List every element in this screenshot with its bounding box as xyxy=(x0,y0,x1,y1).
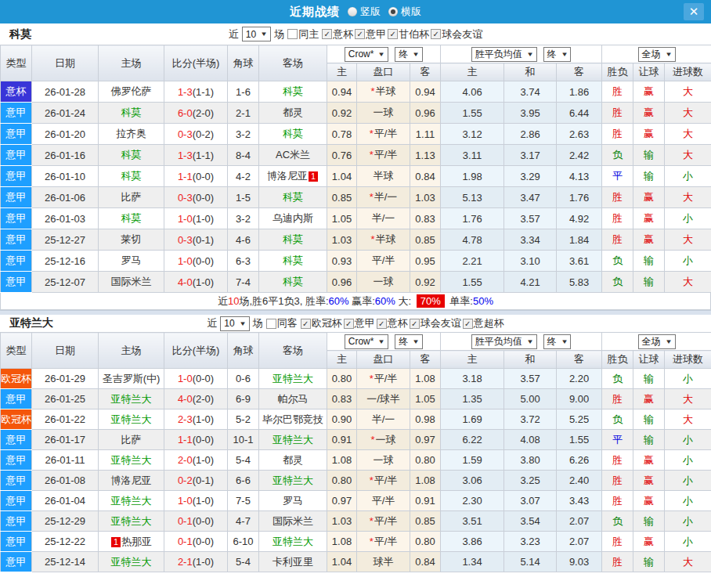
league-filter[interactable]: ✓意杯 xyxy=(322,27,353,41)
checkbox-icon[interactable]: ✓ xyxy=(301,319,311,329)
col-away: 客场 xyxy=(259,333,327,369)
chevron-down-icon: ▼ xyxy=(378,338,386,345)
cell-league: 意甲 xyxy=(1,430,32,450)
cell-handicap-away-odds: 0.94 xyxy=(410,81,441,103)
layout-radio-vertical[interactable]: 竖版 xyxy=(348,5,381,19)
checkbox-icon[interactable]: ✓ xyxy=(344,319,354,329)
bookmaker-value: Crow* xyxy=(348,49,374,60)
star-marker: * xyxy=(370,515,374,527)
cell-handicap-away-odds: 1.08 xyxy=(410,471,441,491)
cell-handicap-away-odds: 0.85 xyxy=(410,229,441,251)
match-row: 意甲26-01-04亚特兰大1-0(1-0)7-5罗马0.97平/半0.912.… xyxy=(1,491,711,511)
chevron-down-icon: ▼ xyxy=(665,338,673,345)
cell-home-team: 科莫 xyxy=(99,103,164,124)
team-name: 罗马 xyxy=(283,495,303,507)
team-name: 科莫 xyxy=(283,191,303,203)
wdl-average-select[interactable]: 胜平负均值 ▼ xyxy=(471,47,537,62)
team-name: 科莫 xyxy=(283,85,303,97)
cell-league: 意甲 xyxy=(1,251,32,272)
league-filter[interactable]: ✓意超杯 xyxy=(463,316,504,330)
odds-final-select[interactable]: 终 ▼ xyxy=(543,47,572,62)
match-scope-select[interactable]: 全场 ▼ xyxy=(638,334,676,349)
cell-corner: 6-9 xyxy=(228,389,259,409)
checkbox-icon[interactable]: ✓ xyxy=(431,29,441,39)
cell-score: 1-0(0-0) xyxy=(164,369,228,389)
checkbox-icon[interactable] xyxy=(266,319,276,329)
match-count-select[interactable]: 10 ▼ xyxy=(220,316,249,331)
checkbox-icon[interactable]: ✓ xyxy=(355,29,365,39)
league-filter[interactable]: ✓甘伯杯 xyxy=(388,27,429,41)
handicap-final-select[interactable]: 终 ▼ xyxy=(395,334,423,349)
halftime-score: (2-0) xyxy=(193,107,214,119)
team-name: 科莫 xyxy=(121,149,142,161)
cell-odds-home: 3.06 xyxy=(441,471,504,491)
close-button[interactable]: ✕ xyxy=(684,3,704,20)
cell-home-team: 佛罗伦萨 xyxy=(99,81,164,103)
wdl-average-select[interactable]: 胜平负均值 ▼ xyxy=(471,334,537,349)
league-filter[interactable]: ✓球会友谊 xyxy=(431,27,482,41)
cell-result-wdl: 负 xyxy=(602,272,633,293)
handicap-final-select[interactable]: 终 ▼ xyxy=(395,47,423,62)
cell-handicap-line: 半球 xyxy=(357,166,410,187)
cell-away-team: 科莫 xyxy=(259,272,327,293)
col-type: 类型 xyxy=(1,333,32,369)
radio-icon[interactable] xyxy=(348,7,357,16)
fulltime-score: 0-1 xyxy=(178,536,193,547)
cell-score: 1-1(0-0) xyxy=(164,430,228,450)
halftime-score: (1-1) xyxy=(193,86,214,98)
bookmaker-select[interactable]: Crow* ▼ xyxy=(345,334,389,349)
cell-home-team: 拉齐奥 xyxy=(99,124,164,145)
cell-odds-away: 5.83 xyxy=(557,272,602,293)
cell-away-team: 国际米兰 xyxy=(259,511,327,532)
checkbox-icon[interactable]: ✓ xyxy=(410,319,420,329)
team-name: AC米兰 xyxy=(276,149,310,161)
team-section-atalanta: 亚特兰大 近 10 ▼ 场 同客 ✓欧冠杯✓意甲✓意杯✓球会友谊✓意超杯 类型 xyxy=(0,315,711,572)
match-scope-select[interactable]: 全场 ▼ xyxy=(638,47,676,62)
league-filter[interactable]: ✓意甲 xyxy=(344,316,375,330)
cell-result-handicap: 赢 xyxy=(633,389,665,409)
scope-value: 全场 xyxy=(642,48,661,61)
match-row: 意甲26-01-25亚特兰大4-0(2-0)6-9帕尔马0.83一/球半1.05… xyxy=(1,389,711,409)
league-filter-label: 意杯 xyxy=(333,27,353,41)
cell-result-goals: 小 xyxy=(665,532,711,552)
cell-league: 欧冠杯 xyxy=(1,409,32,430)
cell-corner: 6-10 xyxy=(228,532,259,552)
league-filter[interactable]: ✓意杯 xyxy=(377,316,408,330)
bookmaker-select[interactable]: Crow* ▼ xyxy=(345,47,389,62)
match-count-value: 10 xyxy=(224,318,234,329)
cell-odds-away: 4.13 xyxy=(557,166,602,187)
fulltime-score: 4-0 xyxy=(178,393,193,405)
fulltime-score: 1-0 xyxy=(178,213,193,225)
same-venue-filter[interactable]: 同客 xyxy=(266,316,298,330)
same-venue-filter[interactable]: 同主 xyxy=(287,27,319,41)
cell-odds-draw: 3.29 xyxy=(504,166,557,187)
checkbox-icon[interactable]: ✓ xyxy=(463,319,473,329)
league-filter[interactable]: ✓意甲 xyxy=(355,27,386,41)
layout-radio-horizontal[interactable]: 横版 xyxy=(388,5,421,19)
checkbox-icon[interactable]: ✓ xyxy=(377,319,387,329)
radio-selected-icon[interactable] xyxy=(388,7,398,16)
cell-handicap-home-odds: 1.05 xyxy=(327,208,357,229)
star-marker: * xyxy=(370,373,374,384)
col-score: 比分(半场) xyxy=(164,333,228,369)
team-title: 科莫 xyxy=(9,27,31,41)
cell-corner: 5-4 xyxy=(228,450,259,471)
scope-group-header: 全场 ▼ xyxy=(602,333,711,351)
cell-result-wdl: 胜 xyxy=(602,124,633,145)
league-filter[interactable]: ✓欧冠杯 xyxy=(301,316,342,330)
league-filter[interactable]: ✓球会友谊 xyxy=(410,316,461,330)
cell-handicap-line: *平/半 xyxy=(357,511,410,532)
red-card-badge: 1 xyxy=(111,537,121,547)
cell-score: 2-0(1-0) xyxy=(164,450,228,471)
cell-handicap-line: *半球 xyxy=(357,229,410,251)
checkbox-icon[interactable] xyxy=(287,29,298,39)
match-count-select[interactable]: 10 ▼ xyxy=(242,27,271,41)
checkbox-icon[interactable]: ✓ xyxy=(388,29,398,39)
cell-away-team: 都灵 xyxy=(259,103,327,124)
cell-league: 意甲 xyxy=(1,124,32,145)
checkbox-icon[interactable]: ✓ xyxy=(322,29,332,39)
cell-handicap-line: *半球 xyxy=(357,81,410,103)
odds-final-select[interactable]: 终 ▼ xyxy=(543,334,572,349)
team-name: 博洛尼亚 xyxy=(267,170,308,182)
cell-result-handicap: 赢 xyxy=(633,81,665,103)
